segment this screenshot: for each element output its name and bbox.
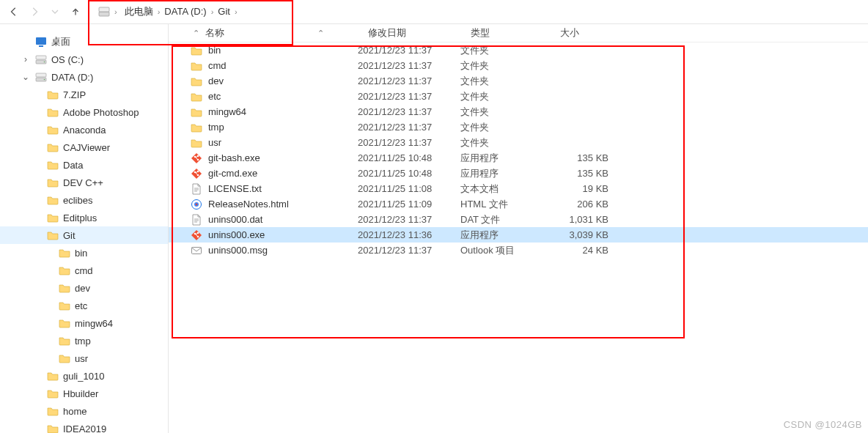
tree-item-label: home: [63, 406, 165, 417]
tree-item-label: cmd: [75, 265, 165, 276]
column-type-header[interactable]: 类型: [471, 27, 560, 40]
address-bar[interactable]: › 此电脑›DATA (D:)›Git›: [94, 3, 243, 21]
file-row[interactable]: unins000.exe2021/12/23 11:36应用程序3,039 KB: [169, 227, 868, 243]
tree-item[interactable]: Anaconda: [0, 121, 168, 138]
file-row[interactable]: unins000.dat2021/12/23 11:37DAT 文件1,031 …: [169, 212, 868, 227]
folder-icon: [47, 212, 59, 223]
tree-item[interactable]: guli_1010: [0, 367, 168, 385]
up-button[interactable]: [67, 4, 84, 20]
folder-icon: [191, 91, 202, 103]
folder-icon: [47, 405, 59, 417]
tree-item[interactable]: mingw64: [0, 314, 168, 332]
tree-item[interactable]: ›OS (C:): [0, 51, 168, 68]
file-row[interactable]: unins000.msg2021/12/23 11:37Outlook 项目24…: [169, 243, 868, 258]
tree-item-label: IDEA2019: [63, 423, 165, 434]
file-row[interactable]: dev2021/12/23 11:37文件夹: [169, 73, 868, 89]
tree-item[interactable]: tmp: [0, 332, 168, 349]
file-row[interactable]: LICENSE.txt2021/11/25 11:08文本文档19 KB: [169, 181, 868, 196]
expand-chevron-icon[interactable]: ⌄: [21, 72, 31, 82]
file-size: 24 KB: [550, 245, 616, 256]
column-name-header[interactable]: 名称: [205, 27, 224, 40]
back-button[interactable]: [6, 4, 22, 20]
tree-item-label: Anaconda: [63, 125, 165, 136]
file-list-pane: ⌃ 名称 ⌃ 修改日期 类型 大小 bin2021/12/23 11:37文件夹…: [169, 24, 868, 433]
tree-item[interactable]: dev: [0, 279, 168, 297]
tree-item[interactable]: DEV C++: [0, 174, 168, 191]
breadcrumb-container: 此电脑›DATA (D:)›Git›: [122, 5, 239, 18]
file-type: 文件夹: [460, 59, 550, 73]
file-type: 文件夹: [460, 106, 550, 119]
tree-item[interactable]: 7.ZIP: [0, 86, 168, 103]
folder-icon: [47, 141, 59, 153]
tree-item[interactable]: Adobe Photoshop: [0, 103, 168, 121]
folder-icon: [47, 194, 59, 206]
file-name: tmp: [208, 122, 224, 133]
svg-point-23: [196, 203, 197, 204]
file-name: unins000.exe: [208, 229, 265, 240]
drive-icon: [35, 71, 47, 83]
breadcrumb-item[interactable]: 此电脑: [122, 4, 156, 18]
tree-item[interactable]: usr: [0, 349, 168, 367]
file-type: 文件夹: [460, 136, 550, 149]
folder-icon: [191, 75, 202, 87]
file-date: 2021/12/23 11:37: [358, 214, 460, 225]
tree-item[interactable]: ⌄DATA (D:): [0, 68, 168, 86]
folder-icon: [47, 177, 59, 188]
tree-item[interactable]: home: [0, 402, 168, 420]
file-row[interactable]: usr2021/12/23 11:37文件夹: [169, 135, 868, 150]
tree-item[interactable]: Editplus: [0, 209, 168, 226]
tree-item[interactable]: Data: [0, 156, 168, 174]
expand-chevron-icon[interactable]: ›: [21, 54, 31, 64]
sort-indicator-icon: ⌃: [315, 29, 326, 38]
file-date: 2021/11/25 10:48: [358, 168, 460, 179]
tree-item[interactable]: 桌面: [0, 33, 168, 51]
file-date: 2021/12/23 11:37: [358, 60, 460, 71]
file-date: 2021/12/23 11:37: [358, 106, 460, 117]
tree-item[interactable]: Hbuilder: [0, 385, 168, 402]
file-row[interactable]: bin2021/12/23 11:37文件夹: [169, 42, 868, 58]
tree-item[interactable]: CAJViewer: [0, 138, 168, 156]
breadcrumb-item[interactable]: Git: [215, 4, 233, 18]
tree-item-label: DEV C++: [63, 177, 165, 188]
recent-button[interactable]: [47, 4, 63, 20]
tree-item[interactable]: etc: [0, 297, 168, 314]
folder-tree[interactable]: 桌面›OS (C:)⌄DATA (D:)7.ZIPAdobe Photoshop…: [0, 24, 169, 433]
tree-item-label: 桌面: [51, 35, 165, 48]
tree-item[interactable]: cmd: [0, 262, 168, 279]
folder-icon: [191, 137, 202, 149]
file-date: 2021/11/25 10:48: [358, 152, 460, 163]
tree-item[interactable]: bin: [0, 244, 168, 262]
file-name: unins000.msg: [208, 245, 268, 256]
tree-item[interactable]: Git: [0, 226, 168, 244]
file-row[interactable]: cmd2021/12/23 11:37文件夹: [169, 58, 868, 73]
breadcrumb-item[interactable]: DATA (D:): [161, 4, 209, 18]
svg-rect-3: [39, 45, 43, 47]
svg-rect-2: [36, 37, 46, 45]
tree-item-label: DATA (D:): [51, 72, 165, 83]
file-row[interactable]: mingw642021/12/23 11:37文件夹: [169, 104, 868, 119]
file-row[interactable]: git-cmd.exe2021/11/25 10:48应用程序135 KB: [169, 166, 868, 181]
file-name: etc: [208, 91, 221, 102]
folder-icon: [59, 247, 70, 259]
forward-button[interactable]: [26, 4, 43, 20]
tree-item[interactable]: eclibes: [0, 191, 168, 209]
folder-icon: [47, 370, 59, 382]
column-size-header[interactable]: 大小: [560, 27, 626, 40]
tree-item-label: etc: [75, 300, 165, 311]
folder-icon: [191, 60, 202, 72]
tree-item-label: Editplus: [63, 212, 165, 223]
file-row[interactable]: etc2021/12/23 11:37文件夹: [169, 89, 868, 104]
file-type: 文件夹: [460, 75, 550, 88]
file-size: 206 KB: [550, 199, 616, 210]
file-name: dev: [208, 75, 224, 86]
file-type: 文件夹: [460, 90, 550, 103]
tree-item-label: mingw64: [75, 318, 165, 329]
column-headers[interactable]: ⌃ 名称 ⌃ 修改日期 类型 大小: [169, 24, 868, 42]
tree-item[interactable]: IDEA2019: [0, 420, 168, 433]
toolbar: › 此电脑›DATA (D:)›Git›: [0, 0, 868, 24]
file-row[interactable]: git-bash.exe2021/11/25 10:48应用程序135 KB: [169, 150, 868, 166]
file-row[interactable]: ReleaseNotes.html2021/11/25 11:09HTML 文件…: [169, 196, 868, 212]
column-date-header[interactable]: 修改日期: [368, 27, 471, 40]
file-row[interactable]: tmp2021/12/23 11:37文件夹: [169, 119, 868, 135]
html-file-icon: [191, 199, 202, 210]
